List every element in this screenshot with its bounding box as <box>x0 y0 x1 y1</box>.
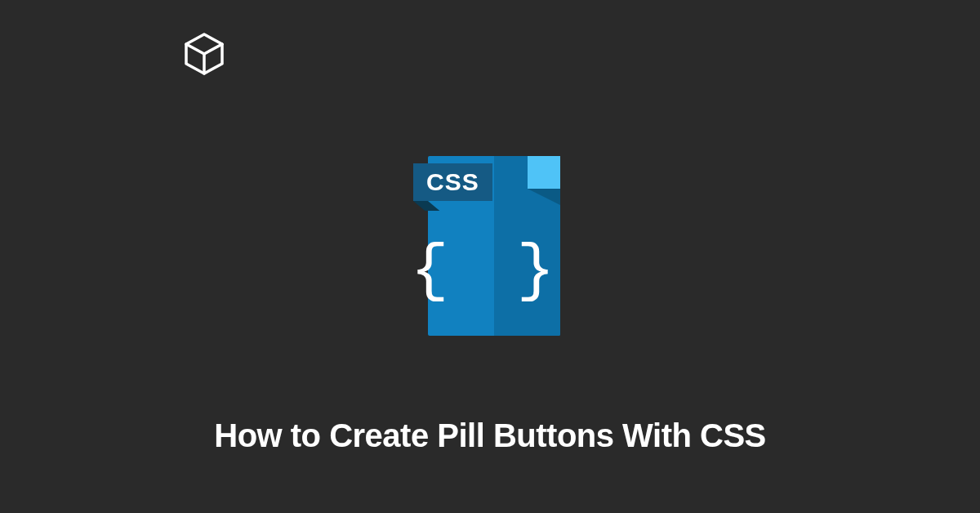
braces-icon: { } <box>411 235 569 307</box>
css-badge: CSS <box>413 163 492 201</box>
page-title: How to Create Pill Buttons With CSS <box>0 417 980 454</box>
file-fold-shadow <box>528 189 560 205</box>
file-fold-corner <box>528 156 560 189</box>
css-file-icon: CSS { } <box>408 129 572 337</box>
cube-logo-icon <box>181 31 227 77</box>
